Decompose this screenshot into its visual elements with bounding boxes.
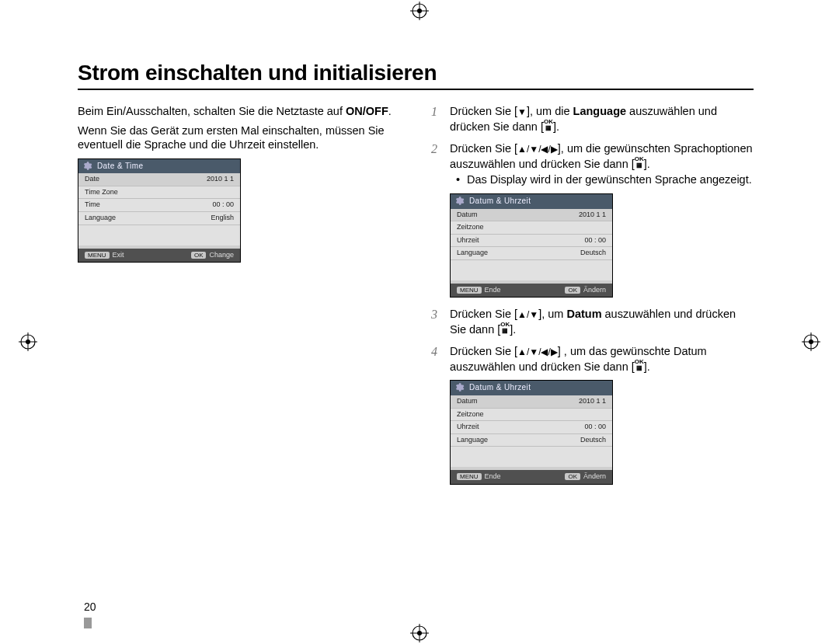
screen-blank <box>451 447 612 467</box>
left-paragraph-2: Wenn Sie das Gerät zum ersten Mal einsch… <box>78 124 400 152</box>
screen-row: Uhrzeit00 : 00 <box>451 421 612 434</box>
screen-footer: MENUEnde OKÄndern <box>451 284 612 298</box>
screen-row: Time Zone <box>78 186 240 200</box>
arrow-cross-icon: ▲/▼/◀/▶ <box>517 144 558 155</box>
right-column: 1 Drücken Sie [▼], um die Language auszu… <box>431 104 754 494</box>
title-rule <box>78 89 754 90</box>
screen-header: Datum & Uhrzeit <box>451 381 612 395</box>
left-column: Beim Ein/Ausschalten, schalten Sie die N… <box>78 104 400 494</box>
step-3: 3 Drücken Sie [▲/▼], um Datum auszuwähle… <box>431 307 754 336</box>
screen-footer: MENUEnde OKÄndern <box>451 470 612 484</box>
screen-row: Uhrzeit00 : 00 <box>451 235 612 248</box>
step-number: 1 <box>431 104 437 120</box>
screen-row: Date2010 1 1 <box>78 173 240 186</box>
screen-footer: MENUExit OKChange <box>78 249 240 263</box>
screen-blank <box>451 260 612 280</box>
gear-icon <box>82 161 92 172</box>
page-tab-marker <box>84 618 92 628</box>
ok-button-icon: OK <box>565 287 580 294</box>
screen-row: Zeitzone <box>451 221 612 235</box>
left-paragraph-1: Beim Ein/Ausschalten, schalten Sie die N… <box>78 104 400 119</box>
arrow-cross-icon: ▲/▼/◀/▶ <box>517 346 558 357</box>
step-number: 2 <box>431 141 437 157</box>
screen-title: Datum & Uhrzeit <box>469 383 531 392</box>
registration-mark-right <box>802 332 820 351</box>
screen-row: Datum2010 1 1 <box>451 209 612 222</box>
registration-mark-top <box>410 2 429 20</box>
page-number: 20 <box>84 600 96 613</box>
menu-button-icon: MENU <box>85 252 110 259</box>
step-number: 3 <box>431 307 437 322</box>
screen-row: LanguageEnglish <box>78 212 240 225</box>
gear-icon <box>454 196 465 207</box>
arrow-down-icon: ▼ <box>517 106 527 117</box>
step-2: 2 Drücken Sie [▲/▼/◀/▶], um die gewünsch… <box>431 141 754 298</box>
screen-row: LanguageDeutsch <box>451 247 612 260</box>
screen-datetime-english: Date & Time Date2010 1 1 Time Zone Time0… <box>78 158 241 263</box>
step-4: 4 Drücken Sie [▲/▼/◀/▶] , um das gewünsc… <box>431 344 754 484</box>
registration-mark-left <box>19 332 37 351</box>
screen-row: Datum2010 1 1 <box>451 395 612 409</box>
ok-icon: OK▦ <box>635 156 644 169</box>
ok-icon: OK▦ <box>635 359 644 371</box>
screen-title: Date & Time <box>97 162 143 170</box>
screen-datetime-german-1: Datum & Uhrzeit Datum2010 1 1 Zeitzone U… <box>450 193 613 298</box>
screen-row: Zeitzone <box>451 409 612 422</box>
arrow-updown-icon: ▲/▼ <box>517 309 538 320</box>
step-1: 1 Drücken Sie [▼], um die Language auszu… <box>431 104 754 134</box>
screen-row: Time00 : 00 <box>78 199 240 212</box>
screen-datetime-german-2: Datum & Uhrzeit Datum2010 1 1 Zeitzone U… <box>450 380 613 484</box>
screen-header: Datum & Uhrzeit <box>451 194 612 209</box>
screen-title: Datum & Uhrzeit <box>469 197 531 205</box>
ok-button-icon: OK <box>565 473 580 480</box>
screen-header: Date & Time <box>78 159 240 174</box>
step-2-bullet: •Das Display wird in der gewünschten Spr… <box>456 172 754 187</box>
registration-mark-bottom <box>410 624 429 642</box>
menu-button-icon: MENU <box>457 287 482 294</box>
step-number: 4 <box>431 344 437 360</box>
menu-button-icon: MENU <box>457 473 482 480</box>
screen-row: LanguageDeutsch <box>451 434 612 447</box>
gear-icon <box>454 382 465 393</box>
ok-icon: OK▦ <box>544 119 553 131</box>
ok-button-icon: OK <box>191 252 207 259</box>
screen-blank <box>78 225 240 245</box>
ok-icon: OK▦ <box>500 322 510 334</box>
page-title: Strom einschalten und initialisieren <box>78 61 754 85</box>
